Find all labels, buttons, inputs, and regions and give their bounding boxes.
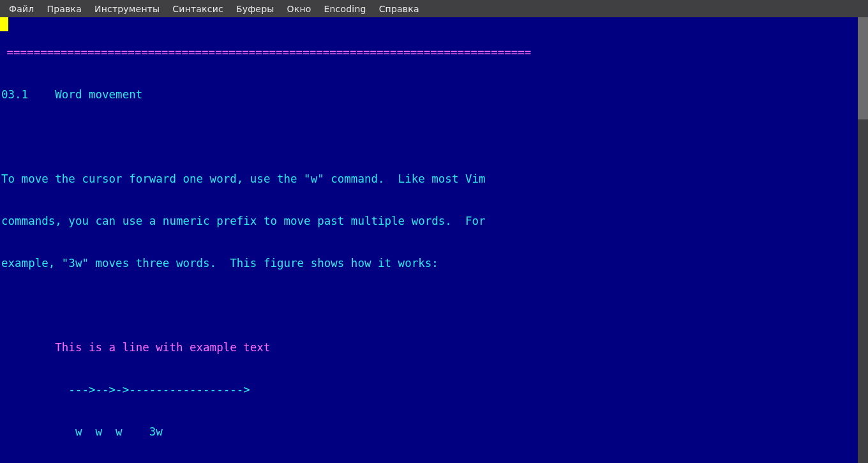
para1-line2: commands, you can use a numeric prefix t…: [0, 214, 858, 228]
para1-line1: To move the cursor forward one word, use…: [0, 172, 858, 186]
menu-window[interactable]: Окно: [281, 0, 318, 19]
section-title: 03.1 Word movement: [0, 87, 858, 102]
scrollbar[interactable]: [858, 17, 868, 463]
editor-area[interactable]: ========================================…: [0, 17, 868, 463]
menu-edit[interactable]: Правка: [40, 0, 87, 19]
menu-encoding[interactable]: Encoding: [318, 0, 373, 19]
menu-syntax[interactable]: Синтаксис: [166, 0, 230, 19]
menu-buffers[interactable]: Буферы: [230, 0, 281, 19]
section-ruler: ========================================…: [7, 46, 532, 59]
menu-help[interactable]: Справка: [373, 0, 426, 19]
scrollbar-thumb[interactable]: [858, 17, 868, 119]
example1-arrows: --->-->->----------------->: [0, 383, 858, 397]
menu-file[interactable]: Файл: [3, 0, 40, 19]
para1-line3: example, "3w" moves three words. This fi…: [0, 256, 858, 270]
example1-keys: w w w 3w: [0, 425, 858, 439]
buffer-text[interactable]: ========================================…: [0, 17, 858, 463]
menu-tools[interactable]: Инструменты: [88, 0, 166, 19]
menubar: Файл Правка Инструменты Синтаксис Буферы…: [0, 0, 868, 17]
example1-text: This is a line with example text: [0, 340, 858, 354]
